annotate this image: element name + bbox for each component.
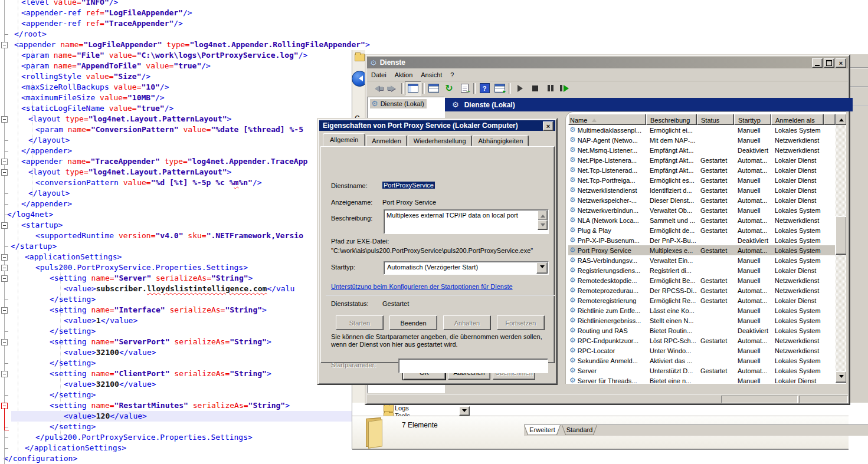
table-row[interactable]: ⚙ServerUnterstützt D...GestartetAutomat.… (568, 366, 835, 376)
view-tab-standard[interactable]: Standard (562, 425, 597, 435)
tab-allgemein[interactable]: Allgemein (323, 133, 365, 146)
startparameter-input[interactable] (398, 358, 548, 373)
service-gear-icon: ⚙ (569, 307, 576, 314)
dialog-titlebar[interactable]: Eigenschaften von Port Proxy Service (Lo… (319, 120, 555, 131)
table-row[interactable]: ⚙Plug & PlayErmöglicht de...GestartetAut… (568, 225, 835, 235)
column-header-name[interactable]: Name (568, 114, 646, 125)
scroll-down-button[interactable] (538, 220, 548, 230)
toolbar-separator (401, 83, 404, 94)
chevron-down-icon[interactable] (536, 262, 548, 274)
column-header-starttyp[interactable]: Starttyp (734, 114, 771, 125)
fold-toggle-icon[interactable] (1, 42, 8, 48)
show-window-icon[interactable]: ▶ (492, 82, 507, 95)
table-row[interactable]: ⚙Richtlinie zum Entfe...Lässt eine Ko...… (568, 305, 835, 315)
close-icon[interactable]: × (543, 121, 553, 131)
restart-service-icon[interactable] (558, 82, 574, 95)
window-title: Dienste (380, 58, 405, 67)
beschreibung-textbox[interactable]: Multiplexes external TCP/IP data on loca… (384, 209, 549, 234)
table-row[interactable]: ⚙NetzwerklistendienstIdentifiziert d...G… (568, 185, 835, 195)
fold-toggle-icon[interactable] (1, 116, 8, 123)
fold-toggle-icon[interactable] (1, 159, 8, 165)
stop-service-icon[interactable] (528, 82, 543, 95)
fold-toggle-icon[interactable] (1, 339, 8, 345)
table-row[interactable]: ⚙Remotedesktopdie...Ermöglicht Be...Gest… (568, 275, 835, 285)
fold-toggle-icon[interactable] (1, 307, 8, 314)
scroll-down-button[interactable] (836, 371, 846, 383)
menu-item-?[interactable]: ? (446, 70, 458, 80)
table-row[interactable]: ⚙Netzwerkspeicher-...Dieser Dienst...Ges… (568, 195, 835, 205)
code-line: </setting> (50, 390, 96, 400)
table-row[interactable]: ⚙Port Proxy ServiceMultiplexes e...Gesta… (568, 245, 835, 255)
table-row[interactable]: ⚙Remoteprozedurau...Der RPCSS-Di...Gesta… (568, 285, 835, 295)
dropdown-button[interactable] (459, 406, 470, 416)
close-button[interactable]: × (836, 58, 846, 68)
table-row[interactable]: ⚙Net.Tcp-Portfreiga...Ermöglicht es...Ge… (568, 175, 835, 185)
services-gear-icon: ⚙ (371, 100, 378, 107)
menu-item-aktion[interactable]: Aktion (391, 70, 417, 80)
beenden-button[interactable]: Beenden (389, 315, 437, 330)
menu-item-ansicht[interactable]: Ansicht (417, 70, 446, 80)
view-tab-erweitert[interactable]: Erweitert (524, 425, 561, 435)
table-row[interactable]: ⚙RPC-Endpunktzuor...Löst RPC-Sch...Gesta… (568, 335, 835, 345)
column-header-status[interactable]: Status (697, 114, 734, 125)
services-gear-icon: ⚙ (452, 101, 459, 108)
column-header-beschreibung[interactable]: Beschreibung (646, 114, 697, 125)
table-row[interactable]: ⚙NLA (Network Loca...Sammelt und ...Gest… (568, 215, 835, 225)
table-row[interactable]: ⚙Registrierungsdiens...Registriert di...… (568, 265, 835, 275)
services-titlebar[interactable]: ⚙ Dienste × (367, 57, 848, 68)
tree-item-dienste-lokal[interactable]: ⚙ Dienste (Lokal) (370, 99, 427, 108)
starttyp-combobox[interactable]: Automatisch (Verzögerter Start) (384, 261, 549, 275)
export-list-icon[interactable]: → (457, 82, 472, 95)
service-gear-icon: ⚙ (569, 146, 576, 154)
table-row[interactable]: ⚙Server für Threads...Bietet eine n...Ma… (568, 376, 835, 384)
fold-toggle-icon[interactable] (1, 371, 8, 377)
pause-service-icon[interactable] (543, 82, 558, 95)
scroll-up-button[interactable] (836, 114, 846, 125)
column-header-anmeldenals[interactable]: Anmelden als (771, 114, 824, 125)
table-row[interactable]: ⚙RPC-LocatorUnter Windo...ManuellNetzwer… (568, 345, 835, 356)
dienstname-value[interactable]: PortProxyService (382, 182, 435, 189)
vertical-scrollbar[interactable] (836, 114, 846, 383)
fold-toggle-icon[interactable] (1, 275, 8, 282)
code-line: <rollingStyle value="Size"/> (21, 71, 150, 82)
code-line: <appender-ref ref="LogFileAppender"/> (21, 8, 192, 18)
back-icon[interactable] (369, 82, 385, 95)
table-row[interactable]: ⚙Net.Msmq-Listener...Empfängt Akt...Deak… (568, 145, 835, 155)
table-row[interactable]: ⚙Sekundäre Anmeld...Aktiviert das ...Man… (568, 356, 835, 366)
table-row[interactable]: ⚙RemoteregistrierungErmöglicht Re...Gest… (568, 295, 835, 305)
startoptions-help-link[interactable]: Unterstützung beim Konfigurieren der Sta… (331, 283, 513, 290)
fold-toggle-icon[interactable] (1, 222, 8, 229)
table-row[interactable]: ⚙Multimediaklassenpl...Ermöglicht ei...M… (568, 125, 835, 135)
scrollbar-thumb[interactable] (836, 216, 846, 255)
services-table[interactable]: ⚙Multimediaklassenpl...Ermöglicht ei...M… (568, 125, 835, 384)
table-row[interactable]: ⚙NAP-Agent (Netwo...Mit dem NAP-...Manue… (568, 135, 835, 145)
tree-item-label[interactable]: Logs (395, 404, 409, 412)
start-service-icon[interactable] (512, 82, 528, 95)
tab-wiederherstellung[interactable]: Wiederherstellung (408, 135, 472, 146)
refresh-icon[interactable] (441, 82, 457, 95)
table-row[interactable]: ⚙Netzwerkverbindun...Verwaltet Ob...Gest… (568, 205, 835, 215)
minimize-button[interactable] (812, 58, 823, 68)
table-row[interactable]: ⚙Net.Pipe-Listenera...Empfängt Akt...Ges… (568, 155, 835, 165)
table-row[interactable]: ⚙RAS-Verbindungsv...Verwaltet Ein...Manu… (568, 255, 835, 265)
service-gear-icon: ⚙ (569, 126, 576, 134)
show-tree-icon[interactable] (405, 81, 421, 96)
fold-toggle-icon[interactable] (1, 169, 8, 176)
table-row[interactable]: ⚙Net.Tcp-Listenerad...Empfängt Akt...Ges… (568, 165, 835, 175)
table-row[interactable]: ⚙PnP-X-IP-Busenum...Der PnP-X-Bu...Deakt… (568, 235, 835, 245)
table-row[interactable]: ⚙Richtlinienergebniss...Stellt einen N..… (568, 315, 835, 325)
fold-toggle-icon[interactable] (1, 254, 8, 261)
scroll-up-button[interactable] (538, 210, 548, 221)
services-list-panel: NameBeschreibungStatusStarttypAnmelden a… (565, 111, 846, 384)
help-icon[interactable]: ? (477, 82, 492, 95)
tab-abhngigkeiten[interactable]: Abhängigkeiten (473, 135, 529, 146)
maximize-button[interactable] (824, 58, 834, 68)
fold-toggle-icon[interactable] (1, 265, 8, 271)
code-line: <layout type="log4net.Layout.PatternLayo… (28, 167, 231, 177)
forward-icon[interactable] (385, 82, 400, 95)
properties-icon[interactable] (426, 82, 441, 95)
tab-anmelden[interactable]: Anmelden (366, 135, 407, 146)
menu-item-datei[interactable]: Datei (367, 70, 391, 80)
starttyp-value: Automatisch (Verzögerter Start) (387, 264, 478, 271)
table-row[interactable]: ⚙Routing und RASBietet Routin...Deaktivi… (568, 325, 835, 335)
